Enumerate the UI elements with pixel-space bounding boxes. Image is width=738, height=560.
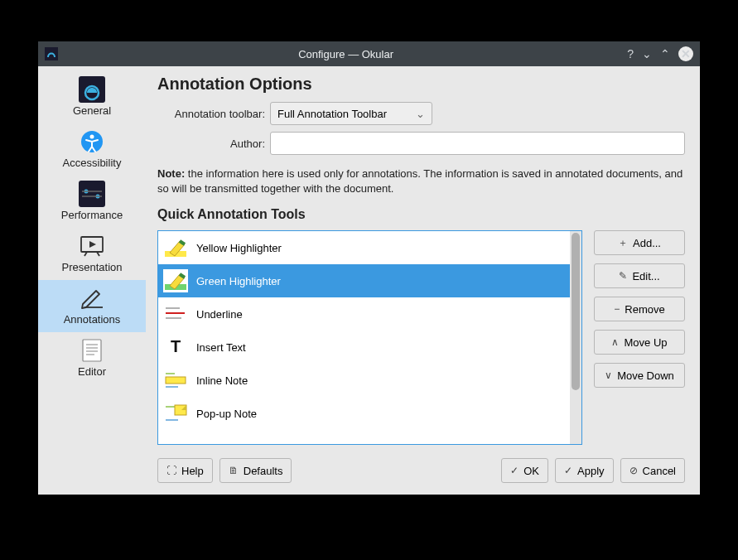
highlighter-yellow-icon bbox=[163, 235, 188, 260]
tool-label: Underline bbox=[196, 308, 243, 321]
section-title: Quick Annotation Tools bbox=[157, 207, 685, 222]
tool-item-insert-text[interactable]: T Insert Text bbox=[158, 331, 570, 364]
ok-button[interactable]: ✓OK bbox=[501, 458, 548, 483]
move-up-button[interactable]: ∧Move Up bbox=[594, 330, 685, 355]
defaults-button[interactable]: 🗎Defaults bbox=[219, 458, 292, 483]
cancel-icon: ⊘ bbox=[629, 465, 638, 476]
move-down-button[interactable]: ∨Move Down bbox=[594, 363, 685, 388]
help-icon[interactable]: ? bbox=[627, 47, 634, 60]
window-title: Configure — Okular bbox=[65, 48, 627, 60]
chevron-down-icon: ∨ bbox=[605, 369, 612, 381]
note-text: Note: the information here is used only … bbox=[157, 167, 685, 196]
tool-label: Green Highlighter bbox=[196, 275, 281, 287]
toolbar-row: Annotation toolbar: Full Annotation Tool… bbox=[157, 102, 685, 125]
close-icon[interactable]: ✕ bbox=[678, 46, 693, 61]
sidebar-item-accessibility[interactable]: Accessibility bbox=[38, 123, 146, 176]
tool-item-popup-note[interactable]: Pop-up Note bbox=[158, 397, 570, 430]
tools-area: Yellow Highlighter Green Highlighter bbox=[157, 230, 685, 445]
pencil-icon: ✎ bbox=[619, 270, 627, 282]
help-icon: ⛶ bbox=[166, 465, 176, 476]
dialog-content: General Accessibility Performance Presen… bbox=[38, 66, 700, 495]
apply-button[interactable]: ✓Apply bbox=[555, 458, 614, 483]
tools-scroll: Yellow Highlighter Green Highlighter bbox=[158, 231, 570, 444]
cancel-button[interactable]: ⊘Cancel bbox=[620, 458, 685, 483]
sidebar-item-editor[interactable]: Editor bbox=[38, 332, 146, 384]
dialog-footer: ⛶Help 🗎Defaults ✓OK ✓Apply ⊘Cancel bbox=[157, 458, 685, 483]
check-icon: ✓ bbox=[510, 465, 519, 476]
plus-icon: ＋ bbox=[618, 236, 628, 250]
category-sidebar: General Accessibility Performance Presen… bbox=[38, 66, 146, 495]
insert-text-icon: T bbox=[163, 335, 188, 360]
sidebar-item-label: Presentation bbox=[62, 261, 123, 273]
scrollbar-thumb[interactable] bbox=[572, 233, 580, 390]
tool-label: Inline Note bbox=[196, 374, 248, 387]
svg-point-4 bbox=[90, 135, 94, 139]
window-controls: ? ⌄ ⌃ ✕ bbox=[627, 46, 693, 61]
sidebar-item-label: Annotations bbox=[64, 313, 121, 326]
help-button[interactable]: ⛶Help bbox=[157, 458, 213, 483]
svg-rect-15 bbox=[83, 340, 101, 361]
editor-icon bbox=[79, 337, 105, 364]
sidebar-item-general[interactable]: General bbox=[38, 71, 146, 123]
page-title: Annotation Options bbox=[157, 75, 685, 94]
sidebar-item-label: General bbox=[73, 104, 111, 117]
remove-button[interactable]: −Remove bbox=[594, 297, 685, 321]
toolbar-label: Annotation toolbar: bbox=[157, 108, 265, 120]
sidebar-item-label: Accessibility bbox=[63, 157, 122, 169]
check-icon: ✓ bbox=[564, 465, 572, 476]
tool-label: Pop-up Note bbox=[196, 408, 257, 420]
minimize-icon[interactable]: ⌄ bbox=[642, 47, 652, 60]
main-panel: Annotation Options Annotation toolbar: F… bbox=[146, 66, 700, 495]
svg-rect-32 bbox=[166, 377, 186, 384]
underline-icon bbox=[163, 302, 188, 326]
author-label: Author: bbox=[157, 138, 265, 150]
annotations-icon bbox=[79, 285, 105, 311]
sidebar-item-label: Editor bbox=[78, 365, 106, 378]
tool-item-green-highlighter[interactable]: Green Highlighter bbox=[158, 264, 570, 297]
app-icon bbox=[45, 47, 58, 60]
presentation-icon bbox=[79, 233, 105, 259]
sidebar-item-label: Performance bbox=[61, 209, 123, 221]
sidebar-item-annotations[interactable]: Annotations bbox=[38, 280, 146, 332]
tool-buttons: ＋Add... ✎Edit... −Remove ∧Move Up ∨Move … bbox=[594, 230, 685, 445]
svg-marker-11 bbox=[89, 241, 96, 248]
author-input[interactable] bbox=[270, 132, 685, 155]
minus-icon: − bbox=[614, 303, 620, 315]
tool-item-yellow-highlighter[interactable]: Yellow Highlighter bbox=[158, 231, 570, 264]
inline-note-icon bbox=[163, 368, 188, 393]
configure-dialog: Configure — Okular ? ⌄ ⌃ ✕ General Acces… bbox=[38, 41, 700, 495]
sidebar-item-performance[interactable]: Performance bbox=[38, 176, 146, 228]
combo-value: Full Annotation Toolbar bbox=[277, 108, 387, 120]
sidebar-item-presentation[interactable]: Presentation bbox=[38, 228, 146, 280]
tool-label: Insert Text bbox=[196, 341, 246, 354]
chevron-down-icon: ⌄ bbox=[416, 108, 425, 120]
note-prefix: Note: bbox=[157, 167, 185, 180]
tool-label: Yellow Highlighter bbox=[196, 242, 282, 254]
add-button[interactable]: ＋Add... bbox=[594, 230, 685, 255]
annotation-toolbar-select[interactable]: Full Annotation Toolbar ⌄ bbox=[270, 102, 432, 125]
okular-icon bbox=[79, 76, 105, 103]
author-row: Author: bbox=[157, 132, 685, 155]
note-body: the information here is used only for an… bbox=[157, 167, 683, 195]
tool-item-inline-note[interactable]: Inline Note bbox=[158, 364, 570, 397]
chevron-up-icon: ∧ bbox=[611, 336, 619, 348]
quick-tools-list[interactable]: Yellow Highlighter Green Highlighter bbox=[157, 230, 582, 445]
maximize-icon[interactable]: ⌃ bbox=[660, 47, 670, 60]
titlebar: Configure — Okular ? ⌄ ⌃ ✕ bbox=[38, 41, 700, 66]
performance-icon bbox=[79, 181, 105, 207]
edit-button[interactable]: ✎Edit... bbox=[594, 263, 685, 288]
accessibility-icon bbox=[79, 128, 105, 155]
tool-item-underline[interactable]: Underline bbox=[158, 297, 570, 331]
highlighter-green-icon bbox=[163, 268, 188, 293]
document-icon: 🗎 bbox=[229, 465, 239, 476]
svg-text:T: T bbox=[171, 337, 181, 355]
svg-rect-5 bbox=[79, 181, 105, 207]
scrollbar[interactable] bbox=[570, 231, 581, 444]
popup-note-icon bbox=[163, 401, 188, 426]
